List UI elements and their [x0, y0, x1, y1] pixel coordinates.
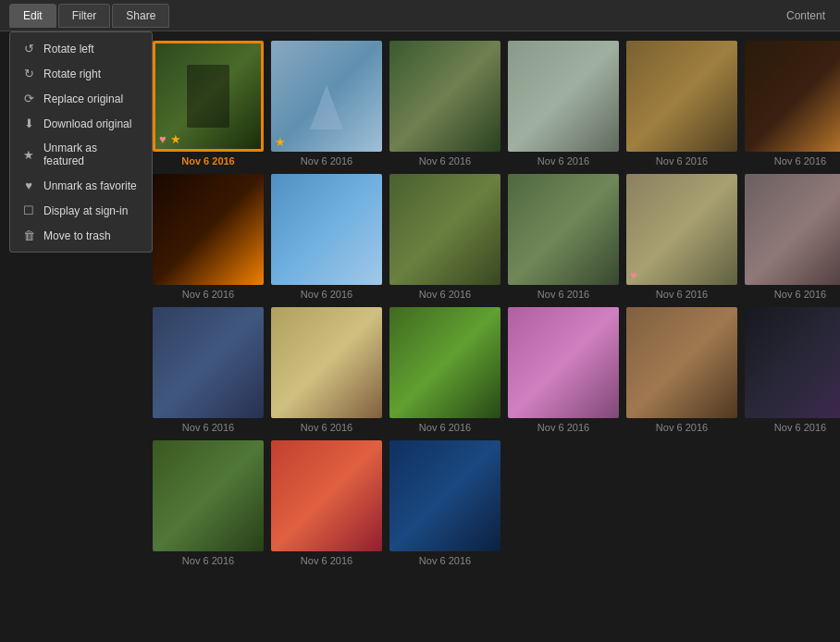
tab-edit[interactable]: Edit: [9, 4, 56, 28]
menu-item-featured-label: Unmark as featured: [43, 142, 141, 167]
grid-inner: ♥★Nov 6 2016★Nov 6 2016Nov 6 2016Nov 6 2…: [153, 41, 831, 566]
photo-cell[interactable]: Nov 6 2016: [271, 174, 382, 300]
photo-thumb[interactable]: ♥: [626, 174, 737, 285]
menu-item-replace-original[interactable]: ⟳ Replace original: [10, 86, 152, 111]
menu-item-download-original[interactable]: ⬇ Download original: [10, 111, 152, 136]
photo-thumb[interactable]: [389, 440, 500, 551]
photo-date: Nov 6 2016: [182, 422, 234, 433]
photo-cell[interactable]: Nov 6 2016: [389, 440, 500, 566]
photo-date: Nov 6 2016: [774, 422, 826, 433]
display-icon: ☐: [21, 204, 36, 217]
menu-item-display-signin[interactable]: ☐ Display at sign-in: [10, 198, 152, 223]
photo-date: Nov 6 2016: [419, 555, 471, 566]
photo-cell[interactable]: Nov 6 2016: [508, 174, 619, 300]
photo-date: Nov 6 2016: [419, 155, 471, 167]
photo-cell[interactable]: Nov 6 2016: [271, 307, 382, 433]
photo-thumb[interactable]: [745, 174, 840, 285]
photo-date: Nov 6 2016: [774, 155, 826, 167]
photo-date: Nov 6 2016: [419, 289, 471, 300]
edit-dropdown-menu: ↺ Rotate left ↻ Rotate right ⟳ Replace o…: [9, 31, 153, 253]
menu-item-rotate-right[interactable]: ↻ Rotate right: [10, 61, 152, 86]
photo-date: Nov 6 2016: [182, 555, 234, 566]
photo-cell[interactable]: Nov 6 2016: [626, 307, 737, 433]
menu-item-rotate-left[interactable]: ↺ Rotate left: [10, 36, 152, 61]
rotate-right-icon: ↻: [21, 67, 36, 80]
photo-thumb[interactable]: [508, 41, 619, 152]
download-icon: ⬇: [21, 117, 36, 130]
photo-thumb[interactable]: [626, 307, 737, 418]
photo-date: Nov 6 2016: [301, 289, 352, 300]
photo-date: Nov 6 2016: [537, 422, 589, 433]
topbar-tabs: Edit Filter Share: [9, 4, 169, 28]
photo-thumb[interactable]: [626, 41, 737, 152]
trash-icon: 🗑: [21, 228, 36, 242]
photo-cell[interactable]: Nov 6 2016: [745, 307, 840, 433]
thumb-overlay: ♥★: [159, 133, 181, 145]
star-icon: ★: [275, 136, 286, 148]
menu-item-unmark-favorite[interactable]: ♥ Unmark as favorite: [10, 173, 152, 198]
replace-icon: ⟳: [21, 92, 36, 105]
photo-cell[interactable]: ♥★Nov 6 2016: [153, 41, 264, 167]
photo-date: Nov 6 2016: [181, 155, 234, 167]
photo-date: Nov 6 2016: [301, 555, 352, 566]
photo-cell[interactable]: Nov 6 2016: [271, 440, 382, 566]
heart-icon: ♥: [630, 269, 637, 281]
photo-cell[interactable]: Nov 6 2016: [389, 41, 500, 167]
star-icon: ★: [21, 148, 36, 162]
photo-thumb[interactable]: ♥★: [153, 41, 264, 152]
menu-item-download-label: Download original: [43, 117, 131, 130]
photo-thumb[interactable]: [508, 307, 619, 418]
menu-item-favorite-label: Unmark as favorite: [43, 179, 137, 192]
photo-cell[interactable]: Nov 6 2016: [153, 174, 264, 300]
menu-item-move-trash[interactable]: 🗑 Move to trash: [10, 223, 152, 248]
heart-icon: ♥: [21, 179, 36, 192]
photo-cell[interactable]: Nov 6 2016: [389, 307, 500, 433]
photo-thumb[interactable]: [745, 307, 840, 418]
photo-thumb[interactable]: [153, 440, 264, 551]
photo-thumb[interactable]: [153, 174, 264, 285]
photo-cell[interactable]: Nov 6 2016: [508, 307, 619, 433]
photo-cell[interactable]: ★Nov 6 2016: [271, 41, 382, 167]
photo-date: Nov 6 2016: [656, 422, 708, 433]
photo-cell[interactable]: Nov 6 2016: [626, 41, 737, 167]
photo-thumb[interactable]: [389, 41, 500, 152]
photo-thumb[interactable]: [389, 307, 500, 418]
photo-thumb[interactable]: ★: [271, 41, 382, 152]
photo-cell[interactable]: Nov 6 2016: [745, 174, 840, 300]
photo-thumb[interactable]: [508, 174, 619, 285]
photo-cell[interactable]: Nov 6 2016: [153, 307, 264, 433]
rotate-left-icon: ↺: [21, 42, 36, 56]
photo-date: Nov 6 2016: [656, 289, 708, 300]
photo-date: Nov 6 2016: [774, 289, 826, 300]
photo-thumb[interactable]: [745, 41, 840, 152]
photo-thumb[interactable]: [271, 440, 382, 551]
menu-item-trash-label: Move to trash: [43, 229, 111, 242]
photo-date: Nov 6 2016: [656, 155, 708, 167]
photo-cell[interactable]: ♥Nov 6 2016: [626, 174, 737, 300]
thumb-overlay: ★: [275, 136, 286, 148]
content-label: Content: [786, 9, 825, 22]
menu-item-rotate-right-label: Rotate right: [43, 68, 101, 80]
menu-item-replace-label: Replace original: [43, 93, 123, 105]
menu-item-signin-label: Display at sign-in: [43, 204, 128, 217]
photo-thumb[interactable]: [153, 307, 264, 418]
menu-item-rotate-left-label: Rotate left: [43, 43, 94, 56]
topbar: Edit Filter Share Content: [0, 0, 840, 31]
photo-date: Nov 6 2016: [182, 289, 234, 300]
thumb-overlay: ♥: [630, 269, 637, 281]
star-icon: ★: [170, 133, 181, 145]
photo-thumb[interactable]: [271, 174, 382, 285]
photo-thumb[interactable]: [389, 174, 500, 285]
photo-date: Nov 6 2016: [419, 422, 471, 433]
photo-cell[interactable]: Nov 6 2016: [153, 440, 264, 566]
photo-date: Nov 6 2016: [537, 155, 589, 167]
tab-share[interactable]: Share: [112, 4, 169, 28]
photo-thumb[interactable]: [271, 307, 382, 418]
photo-cell[interactable]: Nov 6 2016: [389, 174, 500, 300]
menu-item-unmark-featured[interactable]: ★ Unmark as featured: [10, 136, 152, 173]
photo-cell[interactable]: Nov 6 2016: [508, 41, 619, 167]
tab-filter[interactable]: Filter: [58, 4, 111, 28]
photo-date: Nov 6 2016: [301, 422, 352, 433]
heart-icon: ♥: [159, 133, 167, 145]
photo-cell[interactable]: Nov 6 2016: [745, 41, 840, 167]
